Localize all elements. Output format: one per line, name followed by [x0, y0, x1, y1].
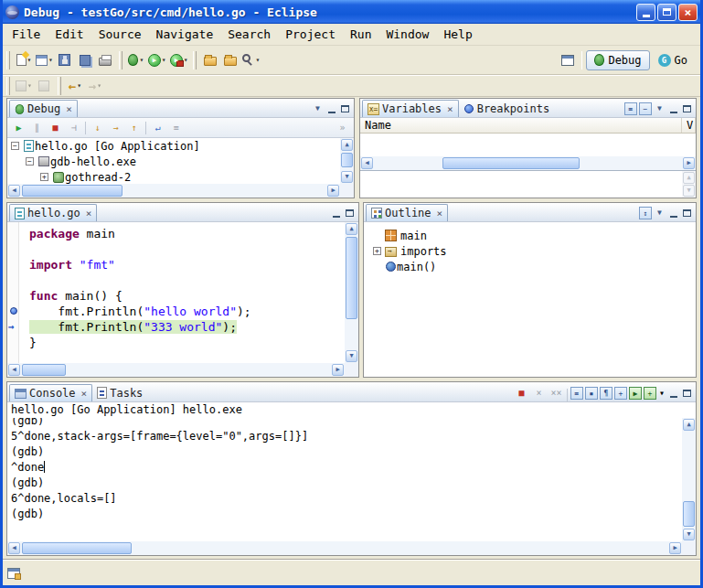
toolbar-grip[interactable]: [193, 51, 197, 69]
dropdown-icon[interactable]: ▾: [139, 56, 144, 64]
step-over-icon[interactable]: →: [107, 119, 124, 136]
remove-all-launches-icon[interactable]: ××: [548, 384, 565, 401]
variables-tree-area[interactable]: [360, 134, 696, 156]
outline-tree-row[interactable]: + imports: [369, 243, 696, 259]
debug-launch-button[interactable]: ▾: [126, 49, 146, 71]
column-name[interactable]: Name: [360, 118, 682, 133]
menu-item[interactable]: Run: [343, 25, 378, 44]
scroll-left-icon[interactable]: ◀: [8, 364, 20, 376]
step-return-icon[interactable]: ↑: [125, 119, 143, 136]
dropdown-icon[interactable]: ▾: [97, 81, 101, 90]
toolbar-grip[interactable]: [119, 51, 122, 69]
scroll-up-icon[interactable]: ▲: [341, 139, 353, 151]
drop-to-frame-icon[interactable]: ↵: [149, 119, 166, 136]
close-icon[interactable]: ×: [81, 388, 88, 400]
column-value[interactable]: V: [682, 118, 696, 133]
back-button[interactable]: ←▾: [65, 75, 85, 97]
tab-debug[interactable]: Debug ×: [9, 100, 78, 117]
step-into-icon[interactable]: ↓: [89, 119, 106, 136]
perspective-debug-button[interactable]: Debug: [586, 50, 649, 70]
view-menu-icon[interactable]: ▼: [653, 102, 666, 115]
scroll-right-icon[interactable]: ▶: [683, 157, 695, 169]
scroll-thumb[interactable]: [22, 364, 66, 376]
clear-console-icon[interactable]: ≡: [570, 387, 583, 400]
debug-vertical-scrollbar[interactable]: ▲ ▼: [340, 138, 354, 184]
close-icon[interactable]: ×: [437, 208, 443, 219]
console-vertical-scrollbar[interactable]: ▲ ▼: [682, 418, 696, 541]
dropdown-icon[interactable]: ▾: [77, 81, 81, 90]
new-wizard-button[interactable]: ▾: [14, 49, 34, 71]
close-icon[interactable]: ×: [447, 103, 453, 115]
next-annotation-button[interactable]: ▾: [14, 75, 34, 97]
scroll-thumb[interactable]: [442, 157, 580, 169]
menu-item[interactable]: Edit: [48, 25, 91, 44]
forward-button[interactable]: →▾: [85, 75, 105, 97]
open-folder-button[interactable]: [200, 49, 220, 71]
debug-tree[interactable]: − hello.go [Go Application] − gdb-hello.…: [7, 138, 340, 184]
menu-item[interactable]: Search: [220, 25, 278, 44]
menu-item[interactable]: Help: [436, 25, 479, 44]
scroll-thumb[interactable]: [22, 185, 122, 197]
suspend-icon[interactable]: ∥: [28, 119, 46, 136]
code-editor[interactable]: package main import "fmt" func main() { …: [20, 222, 345, 363]
toolbar-grip[interactable]: [6, 77, 10, 95]
sort-icon[interactable]: ↕: [639, 207, 652, 219]
minimize-view-icon[interactable]: [325, 102, 338, 115]
word-wrap-icon[interactable]: ¶: [600, 387, 612, 400]
editor-vertical-scrollbar[interactable]: ▲ ▼: [345, 222, 358, 363]
dropdown-icon[interactable]: ▾: [255, 56, 260, 64]
previous-annotation-button[interactable]: [34, 75, 54, 97]
menu-item[interactable]: Window: [378, 25, 436, 44]
dropdown-icon[interactable]: ▾: [48, 56, 53, 64]
tab-tasks[interactable]: Tasks: [92, 384, 147, 401]
save-all-button[interactable]: [75, 49, 95, 71]
view-menu-icon[interactable]: ▼: [311, 102, 325, 115]
display-selected-console-icon[interactable]: ▶: [629, 387, 642, 400]
editor-ruler[interactable]: →: [7, 222, 19, 363]
breakpoint-icon[interactable]: [10, 307, 17, 315]
disconnect-icon[interactable]: ⊣: [65, 119, 82, 136]
pin-console-icon[interactable]: +: [614, 387, 627, 400]
scroll-left-icon[interactable]: ◀: [361, 157, 373, 169]
maximize-button[interactable]: [657, 4, 676, 21]
new-window-button[interactable]: ▾: [34, 49, 55, 71]
perspective-go-button[interactable]: Go: [650, 50, 696, 70]
menu-item[interactable]: Navigate: [149, 25, 221, 44]
maximize-view-icon[interactable]: [680, 386, 694, 400]
show-type-names-icon[interactable]: ≡: [624, 102, 637, 115]
scroll-left-icon[interactable]: ◀: [8, 542, 20, 554]
editor-horizontal-scrollbar[interactable]: ◀ ▶: [7, 363, 345, 377]
scroll-up-icon[interactable]: ▲: [683, 172, 695, 184]
expander-icon[interactable]: +: [40, 173, 48, 181]
dropdown-icon[interactable]: ▾: [162, 56, 166, 64]
toolbar-grip[interactable]: [6, 51, 10, 69]
scroll-up-icon[interactable]: ▲: [346, 223, 357, 235]
outline-tree-row[interactable]: main(): [369, 259, 696, 274]
menu-item[interactable]: Project: [278, 25, 343, 44]
open-console-icon[interactable]: +: [644, 387, 656, 400]
expander-icon[interactable]: −: [11, 142, 19, 150]
minimize-view-icon[interactable]: [666, 206, 680, 219]
variables-horizontal-scrollbar[interactable]: ◀ ▶: [360, 156, 696, 170]
scroll-lock-icon[interactable]: ▪: [585, 387, 598, 400]
open-perspective-button[interactable]: [558, 49, 578, 71]
console-output[interactable]: (gdb)5^done,stack-args=[frame={level="0"…: [7, 418, 682, 541]
console-dropdown-icon[interactable]: ▾: [657, 384, 666, 401]
variables-detail-pane[interactable]: [360, 170, 696, 198]
minimize-view-icon[interactable]: [666, 386, 680, 400]
print-button[interactable]: [95, 49, 115, 71]
close-icon[interactable]: ×: [86, 208, 92, 219]
terminate-icon[interactable]: ■: [47, 119, 64, 136]
menu-item[interactable]: Source: [91, 25, 149, 44]
debug-tree-row[interactable]: − hello.go [Go Application]: [7, 138, 340, 154]
maximize-view-icon[interactable]: [680, 206, 694, 219]
dropdown-icon[interactable]: ▾: [27, 81, 32, 90]
toolbar-grip[interactable]: [58, 77, 61, 95]
close-button[interactable]: ×: [678, 4, 698, 21]
search-button[interactable]: ▾: [240, 49, 261, 71]
scroll-thumb[interactable]: [346, 237, 357, 319]
scroll-up-icon[interactable]: ▲: [683, 419, 695, 431]
tab-outline[interactable]: Outline ×: [366, 204, 448, 221]
scroll-down-icon[interactable]: ▼: [346, 350, 357, 362]
scroll-right-icon[interactable]: ▶: [327, 185, 339, 197]
